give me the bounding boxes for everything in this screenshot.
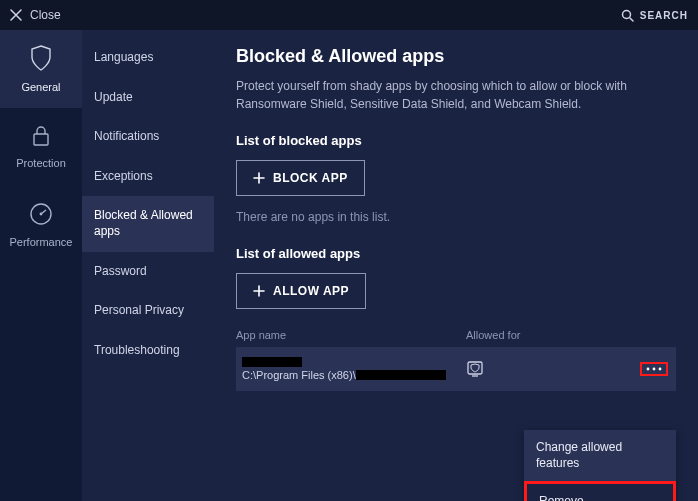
table-row[interactable]: C:\Program Files (x86)\ <box>236 347 676 391</box>
search-icon <box>621 9 634 22</box>
lock-icon <box>31 125 51 147</box>
subnav-item-troubleshooting[interactable]: Troubleshooting <box>82 331 214 371</box>
search-button[interactable]: SEARCH <box>621 9 688 22</box>
redacted-app-name <box>242 357 302 367</box>
allowed-table-header: App name Allowed for <box>236 323 676 347</box>
blocked-apps-heading: List of blocked apps <box>236 133 676 148</box>
ctx-change-allowed[interactable]: Change allowed features <box>524 430 676 481</box>
close-icon <box>10 9 22 21</box>
sidebar: General Protection Performance <box>0 30 82 501</box>
allowed-for-cell <box>466 359 636 379</box>
svg-point-0 <box>622 10 630 18</box>
blocked-empty-text: There are no apps in this list. <box>236 210 676 224</box>
sidebar-item-label: Performance <box>10 236 73 248</box>
main-content: Blocked & Allowed apps Protect yourself … <box>214 30 698 501</box>
sidebar-item-protection[interactable]: Protection <box>0 108 82 186</box>
redacted-path-tail <box>356 370 446 380</box>
col-allowed-for: Allowed for <box>466 329 640 341</box>
app-name-cell: C:\Program Files (x86)\ <box>236 357 466 381</box>
gauge-icon <box>29 202 53 226</box>
webcam-shield-icon <box>466 359 488 379</box>
subnav-item-blocked-allowed[interactable]: Blocked & Allowed apps <box>82 196 214 251</box>
context-menu: Change allowed features Remove <box>524 430 676 501</box>
more-icon <box>646 366 662 372</box>
subnav-item-notifications[interactable]: Notifications <box>82 117 214 157</box>
sidebar-item-label: Protection <box>16 157 66 169</box>
close-label: Close <box>30 8 61 22</box>
svg-point-5 <box>647 368 650 371</box>
close-button[interactable]: Close <box>10 8 61 22</box>
sidebar-item-label: General <box>21 81 60 93</box>
sidebar-item-general[interactable]: General <box>0 30 82 108</box>
allowed-apps-heading: List of allowed apps <box>236 246 676 261</box>
shield-icon <box>30 45 52 71</box>
plus-icon <box>253 172 265 184</box>
subnav-item-password[interactable]: Password <box>82 252 214 292</box>
subnav-item-exceptions[interactable]: Exceptions <box>82 157 214 197</box>
allow-app-button[interactable]: ALLOW APP <box>236 273 366 309</box>
subnav-item-update[interactable]: Update <box>82 78 214 118</box>
svg-point-3 <box>40 213 43 216</box>
topbar: Close SEARCH <box>0 0 698 30</box>
app-path: C:\Program Files (x86)\ <box>242 369 356 381</box>
sidebar-item-performance[interactable]: Performance <box>0 186 82 264</box>
subnav-item-languages[interactable]: Languages <box>82 38 214 78</box>
svg-point-7 <box>659 368 662 371</box>
block-app-label: BLOCK APP <box>273 171 348 185</box>
plus-icon <box>253 285 265 297</box>
subnav-item-personal-privacy[interactable]: Personal Privacy <box>82 291 214 331</box>
allow-app-label: ALLOW APP <box>273 284 349 298</box>
ctx-remove[interactable]: Remove <box>524 481 676 501</box>
subnav: Languages Update Notifications Exception… <box>82 30 214 501</box>
page-title: Blocked & Allowed apps <box>236 46 676 67</box>
svg-rect-1 <box>34 134 48 145</box>
col-app-name: App name <box>236 329 466 341</box>
page-description: Protect yourself from shady apps by choo… <box>236 77 656 113</box>
svg-point-6 <box>653 368 656 371</box>
more-actions-button[interactable] <box>640 362 668 376</box>
block-app-button[interactable]: BLOCK APP <box>236 160 365 196</box>
search-label: SEARCH <box>640 10 688 21</box>
